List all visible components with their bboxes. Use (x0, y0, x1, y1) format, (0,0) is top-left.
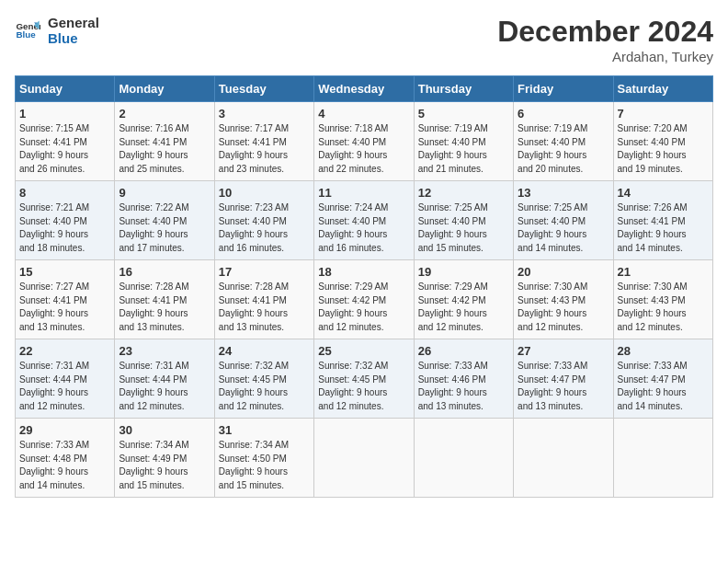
calendar-cell: 28Sunrise: 7:33 AM Sunset: 4:47 PM Dayli… (613, 339, 712, 419)
calendar-cell: 11Sunrise: 7:24 AM Sunset: 4:40 PM Dayli… (314, 181, 414, 260)
day-number: 4 (318, 107, 409, 121)
day-info: Sunrise: 7:19 AM Sunset: 4:40 PM Dayligh… (418, 122, 509, 176)
day-info: Sunrise: 7:31 AM Sunset: 4:44 PM Dayligh… (19, 360, 110, 413)
calendar-week-2: 8Sunrise: 7:21 AM Sunset: 4:40 PM Daylig… (16, 181, 713, 260)
calendar-cell: 10Sunrise: 7:23 AM Sunset: 4:40 PM Dayli… (214, 181, 313, 260)
day-info: Sunrise: 7:24 AM Sunset: 4:40 PM Dayligh… (318, 201, 409, 255)
calendar-cell: 24Sunrise: 7:32 AM Sunset: 4:45 PM Dayli… (214, 339, 313, 419)
calendar-week-4: 22Sunrise: 7:31 AM Sunset: 4:44 PM Dayli… (16, 339, 713, 419)
day-info: Sunrise: 7:29 AM Sunset: 4:42 PM Dayligh… (418, 281, 509, 334)
logo-general: General (48, 15, 99, 30)
day-info: Sunrise: 7:28 AM Sunset: 4:41 PM Dayligh… (119, 281, 210, 334)
day-number: 16 (119, 265, 210, 279)
day-info: Sunrise: 7:21 AM Sunset: 4:40 PM Dayligh… (19, 201, 110, 255)
day-info: Sunrise: 7:23 AM Sunset: 4:40 PM Dayligh… (219, 201, 310, 255)
day-info: Sunrise: 7:22 AM Sunset: 4:40 PM Dayligh… (119, 201, 210, 255)
day-info: Sunrise: 7:30 AM Sunset: 4:43 PM Dayligh… (618, 281, 709, 334)
day-info: Sunrise: 7:18 AM Sunset: 4:40 PM Dayligh… (318, 122, 409, 176)
day-info: Sunrise: 7:19 AM Sunset: 4:40 PM Dayligh… (518, 122, 609, 176)
day-info: Sunrise: 7:33 AM Sunset: 4:47 PM Dayligh… (518, 360, 609, 413)
calendar-cell: 3Sunrise: 7:17 AM Sunset: 4:41 PM Daylig… (214, 102, 313, 181)
day-number: 15 (19, 265, 110, 279)
calendar-cell: 20Sunrise: 7:30 AM Sunset: 4:43 PM Dayli… (514, 260, 613, 339)
day-number: 23 (119, 344, 210, 358)
calendar-cell: 25Sunrise: 7:32 AM Sunset: 4:45 PM Dayli… (314, 339, 414, 419)
day-number: 22 (19, 344, 110, 358)
calendar-cell: 27Sunrise: 7:33 AM Sunset: 4:47 PM Dayli… (514, 339, 613, 419)
day-info: Sunrise: 7:32 AM Sunset: 4:45 PM Dayligh… (219, 360, 310, 413)
svg-text:Blue: Blue (16, 29, 36, 40)
day-info: Sunrise: 7:16 AM Sunset: 4:41 PM Dayligh… (119, 122, 210, 176)
calendar-week-3: 15Sunrise: 7:27 AM Sunset: 4:41 PM Dayli… (16, 260, 713, 339)
day-number: 18 (318, 265, 409, 279)
calendar-cell: 2Sunrise: 7:16 AM Sunset: 4:41 PM Daylig… (115, 102, 214, 181)
calendar-cell: 6Sunrise: 7:19 AM Sunset: 4:40 PM Daylig… (514, 102, 613, 181)
day-number: 25 (318, 344, 409, 358)
day-info: Sunrise: 7:32 AM Sunset: 4:45 PM Dayligh… (318, 360, 409, 413)
calendar-cell: 16Sunrise: 7:28 AM Sunset: 4:41 PM Dayli… (115, 260, 214, 339)
day-info: Sunrise: 7:26 AM Sunset: 4:41 PM Dayligh… (618, 201, 709, 255)
day-number: 28 (618, 344, 709, 358)
day-header-wednesday: Wednesday (314, 76, 414, 102)
calendar-table: SundayMondayTuesdayWednesdayThursdayFrid… (15, 75, 713, 498)
calendar-cell: 19Sunrise: 7:29 AM Sunset: 4:42 PM Dayli… (414, 260, 513, 339)
day-info: Sunrise: 7:20 AM Sunset: 4:40 PM Dayligh… (618, 122, 709, 176)
calendar-cell: 7Sunrise: 7:20 AM Sunset: 4:40 PM Daylig… (613, 102, 712, 181)
day-info: Sunrise: 7:27 AM Sunset: 4:41 PM Dayligh… (19, 281, 110, 334)
day-number: 9 (119, 186, 210, 200)
calendar-cell: 13Sunrise: 7:25 AM Sunset: 4:40 PM Dayli… (514, 181, 613, 260)
day-info: Sunrise: 7:34 AM Sunset: 4:50 PM Dayligh… (219, 439, 310, 492)
calendar-cell: 30Sunrise: 7:34 AM Sunset: 4:49 PM Dayli… (115, 419, 214, 498)
day-info: Sunrise: 7:17 AM Sunset: 4:41 PM Dayligh… (219, 122, 310, 176)
day-number: 14 (618, 186, 709, 200)
day-info: Sunrise: 7:15 AM Sunset: 4:41 PM Dayligh… (19, 122, 110, 176)
calendar-cell: 22Sunrise: 7:31 AM Sunset: 4:44 PM Dayli… (16, 339, 115, 419)
day-number: 20 (518, 265, 609, 279)
calendar-cell: 9Sunrise: 7:22 AM Sunset: 4:40 PM Daylig… (115, 181, 214, 260)
day-header-sunday: Sunday (16, 76, 115, 102)
day-number: 24 (219, 344, 310, 358)
day-info: Sunrise: 7:28 AM Sunset: 4:41 PM Dayligh… (219, 281, 310, 334)
day-info: Sunrise: 7:29 AM Sunset: 4:42 PM Dayligh… (318, 281, 409, 334)
logo: General Blue General Blue (15, 15, 99, 46)
day-header-saturday: Saturday (613, 76, 712, 102)
calendar-cell: 21Sunrise: 7:30 AM Sunset: 4:43 PM Dayli… (613, 260, 712, 339)
day-number: 21 (618, 265, 709, 279)
day-number: 31 (219, 423, 310, 437)
calendar-cell: 17Sunrise: 7:28 AM Sunset: 4:41 PM Dayli… (214, 260, 313, 339)
day-header-monday: Monday (115, 76, 214, 102)
day-info: Sunrise: 7:25 AM Sunset: 4:40 PM Dayligh… (418, 201, 509, 255)
day-number: 29 (19, 423, 110, 437)
day-info: Sunrise: 7:33 AM Sunset: 4:46 PM Dayligh… (418, 360, 509, 413)
day-number: 12 (418, 186, 509, 200)
day-info: Sunrise: 7:33 AM Sunset: 4:47 PM Dayligh… (618, 360, 709, 413)
calendar-cell: 31Sunrise: 7:34 AM Sunset: 4:50 PM Dayli… (214, 419, 313, 498)
calendar-week-1: 1Sunrise: 7:15 AM Sunset: 4:41 PM Daylig… (16, 102, 713, 181)
day-number: 17 (219, 265, 310, 279)
calendar-cell: 29Sunrise: 7:33 AM Sunset: 4:48 PM Dayli… (16, 419, 115, 498)
day-number: 7 (618, 107, 709, 121)
day-number: 10 (219, 186, 310, 200)
day-number: 8 (19, 186, 110, 200)
day-info: Sunrise: 7:34 AM Sunset: 4:49 PM Dayligh… (119, 439, 210, 492)
calendar-week-5: 29Sunrise: 7:33 AM Sunset: 4:48 PM Dayli… (16, 419, 713, 498)
day-number: 5 (418, 107, 509, 121)
day-header-tuesday: Tuesday (214, 76, 313, 102)
title-block: December 2024 Ardahan, Turkey (497, 15, 713, 64)
day-number: 2 (119, 107, 210, 121)
page-header: General Blue General Blue December 2024 … (15, 15, 713, 64)
calendar-cell: 18Sunrise: 7:29 AM Sunset: 4:42 PM Dayli… (314, 260, 414, 339)
day-number: 30 (119, 423, 210, 437)
day-number: 19 (418, 265, 509, 279)
day-number: 6 (518, 107, 609, 121)
day-number: 1 (19, 107, 110, 121)
calendar-cell: 15Sunrise: 7:27 AM Sunset: 4:41 PM Dayli… (16, 260, 115, 339)
calendar-cell (514, 419, 613, 498)
day-number: 13 (518, 186, 609, 200)
day-info: Sunrise: 7:33 AM Sunset: 4:48 PM Dayligh… (19, 439, 110, 492)
day-info: Sunrise: 7:31 AM Sunset: 4:44 PM Dayligh… (119, 360, 210, 413)
logo-blue: Blue (48, 30, 99, 46)
calendar-cell: 23Sunrise: 7:31 AM Sunset: 4:44 PM Dayli… (115, 339, 214, 419)
calendar-cell (414, 419, 513, 498)
location-subtitle: Ardahan, Turkey (497, 49, 713, 64)
